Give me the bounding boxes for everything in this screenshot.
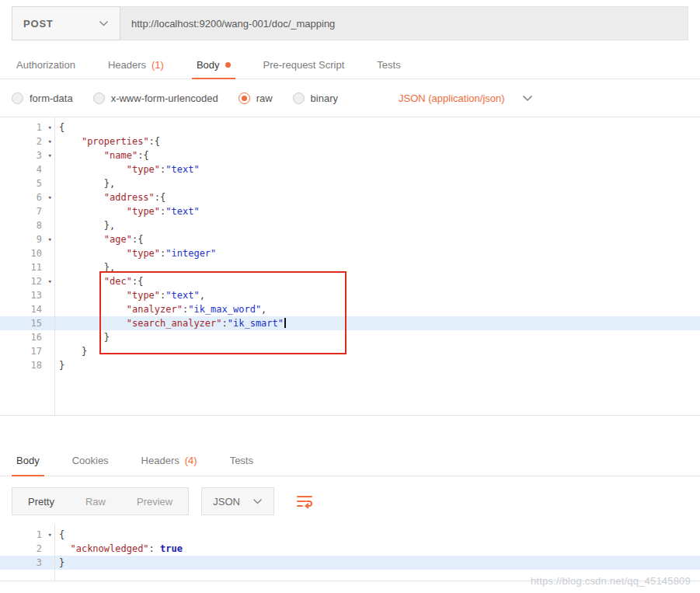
code-token: "type" bbox=[127, 248, 160, 259]
line-number: 3 bbox=[0, 556, 54, 570]
code-line-content: "type":"integer" bbox=[54, 246, 216, 260]
request-code-line-18[interactable]: 18} bbox=[0, 358, 700, 372]
line-number: 1▾ bbox=[0, 528, 54, 542]
request-code-line-12[interactable]: 12▾ "dec":{ bbox=[0, 274, 700, 288]
code-line-content: "type":"text" bbox=[54, 162, 200, 176]
code-token bbox=[59, 164, 127, 175]
line-number: 8 bbox=[0, 218, 54, 232]
response-body-editor[interactable]: 1▾{2 "acknowledged": true3} bbox=[0, 525, 700, 581]
fold-arrow-icon[interactable]: ▾ bbox=[48, 148, 52, 162]
body-mode-raw[interactable]: raw bbox=[239, 92, 273, 104]
content-type-dropdown[interactable]: JSON (application/json) bbox=[399, 92, 533, 104]
body-mode-x-www-form-urlencoded[interactable]: x-www-form-urlencoded bbox=[93, 92, 218, 104]
response-tab-body[interactable]: Body bbox=[12, 445, 44, 476]
code-token bbox=[59, 276, 104, 287]
code-line-content: "type":"text" bbox=[54, 204, 200, 218]
view-mode-preview[interactable]: Preview bbox=[121, 488, 188, 515]
request-code-line-9[interactable]: 9▾ "age":{ bbox=[0, 232, 700, 246]
request-code-line-17[interactable]: 17 } bbox=[0, 344, 700, 358]
request-code-line-10[interactable]: 10 "type":"integer" bbox=[0, 246, 700, 260]
view-mode-pretty[interactable]: Pretty bbox=[12, 488, 70, 515]
code-line-content: "analyzer":"ik_max_word", bbox=[54, 302, 266, 316]
request-code-line-5[interactable]: 5 }, bbox=[0, 176, 700, 190]
code-line-content: } bbox=[54, 330, 110, 344]
request-code-line-3[interactable]: 3▾ "name":{ bbox=[0, 148, 700, 162]
code-token: { bbox=[59, 529, 64, 540]
view-mode-raw[interactable]: Raw bbox=[70, 488, 121, 515]
code-line-content: "properties":{ bbox=[54, 134, 160, 148]
body-mode-binary[interactable]: binary bbox=[293, 92, 338, 104]
tab-count-badge: (1) bbox=[151, 59, 164, 71]
request-body-editor[interactable]: 1▾{2▾ "properties":{3▾ "name":{4 "type":… bbox=[0, 117, 700, 416]
chevron-down-icon bbox=[252, 498, 263, 504]
code-token: } bbox=[59, 557, 64, 568]
code-token bbox=[59, 304, 127, 315]
request-tab-authorization[interactable]: Authorization bbox=[12, 51, 80, 78]
request-code-line-4[interactable]: 4 "type":"text" bbox=[0, 162, 700, 176]
code-token: , bbox=[200, 290, 205, 301]
line-number: 7 bbox=[0, 204, 54, 218]
response-tab-cookies[interactable]: Cookies bbox=[68, 445, 113, 476]
request-code-line-2[interactable]: 2▾ "properties":{ bbox=[0, 134, 700, 148]
code-line-content: }, bbox=[54, 260, 115, 274]
text-cursor bbox=[284, 318, 286, 328]
method-dropdown[interactable]: POST bbox=[12, 6, 120, 40]
tab-label: Tests bbox=[230, 455, 253, 466]
code-token bbox=[59, 192, 104, 203]
fold-arrow-icon[interactable]: ▾ bbox=[48, 134, 52, 148]
wrap-text-icon[interactable] bbox=[296, 494, 313, 508]
line-number: 5 bbox=[0, 176, 54, 190]
fold-arrow-icon[interactable]: ▾ bbox=[48, 274, 52, 288]
body-mode-form-data[interactable]: form-data bbox=[12, 92, 73, 104]
request-tab-body[interactable]: Body bbox=[192, 51, 235, 78]
request-code-line-16[interactable]: 16 } bbox=[0, 330, 700, 344]
request-code-lines: 1▾{2▾ "properties":{3▾ "name":{4 "type":… bbox=[0, 120, 700, 372]
request-code-line-13[interactable]: 13 "type":"text", bbox=[0, 288, 700, 302]
response-code-line-3[interactable]: 3} bbox=[0, 556, 700, 570]
request-code-line-15[interactable]: 15 "search_analyzer":"ik_smart" bbox=[0, 316, 700, 330]
gutter-divider bbox=[54, 117, 55, 415]
radio-unselected-icon bbox=[12, 92, 23, 104]
request-code-line-8[interactable]: 8 }, bbox=[0, 218, 700, 232]
fold-arrow-icon[interactable]: ▾ bbox=[48, 232, 52, 246]
request-code-line-7[interactable]: 7 "type":"text" bbox=[0, 204, 700, 218]
response-tabs: BodyCookiesHeaders(4)Tests bbox=[0, 445, 700, 476]
request-tab-tests[interactable]: Tests bbox=[372, 51, 405, 78]
fold-arrow-icon[interactable]: ▾ bbox=[48, 190, 52, 204]
response-tab-tests[interactable]: Tests bbox=[225, 445, 258, 476]
code-token: :{ bbox=[132, 234, 143, 245]
request-code-line-6[interactable]: 6▾ "address":{ bbox=[0, 190, 700, 204]
request-tab-pre-request-script[interactable]: Pre-request Script bbox=[259, 51, 350, 78]
body-mode-label: form-data bbox=[30, 92, 73, 104]
response-tab-headers[interactable]: Headers(4) bbox=[137, 445, 202, 476]
response-code-line-1[interactable]: 1▾{ bbox=[0, 528, 700, 542]
request-tab-headers[interactable]: Headers(1) bbox=[103, 51, 169, 78]
format-dropdown[interactable]: JSON bbox=[201, 487, 274, 515]
fold-arrow-icon[interactable]: ▾ bbox=[48, 120, 52, 134]
code-token: }, bbox=[59, 220, 115, 231]
code-token: "type" bbox=[127, 164, 160, 175]
code-token: "search_analyzer" bbox=[127, 318, 222, 329]
line-number: 9▾ bbox=[0, 232, 54, 246]
radio-selected-icon bbox=[239, 92, 250, 104]
body-mode-radios: form-datax-www-form-urlencodedrawbinary bbox=[12, 92, 358, 104]
fold-arrow-icon[interactable]: ▾ bbox=[48, 528, 52, 542]
code-line-content: } bbox=[54, 556, 64, 570]
request-code-line-14[interactable]: 14 "analyzer":"ik_max_word", bbox=[0, 302, 700, 316]
code-token: :{ bbox=[132, 276, 143, 287]
code-token bbox=[59, 206, 127, 217]
url-input[interactable]: http://localhost:9200/wang-001/doc/_mapp… bbox=[120, 6, 688, 40]
code-token bbox=[59, 136, 82, 147]
line-number: 11 bbox=[0, 260, 54, 274]
tab-count-badge: (4) bbox=[185, 455, 197, 466]
url-text: http://localhost:9200/wang-001/doc/_mapp… bbox=[131, 18, 335, 30]
response-code-line-2[interactable]: 2 "acknowledged": true bbox=[0, 542, 700, 556]
body-mode-label: x-www-form-urlencoded bbox=[111, 92, 218, 104]
code-token bbox=[59, 150, 104, 161]
request-code-line-11[interactable]: 11 }, bbox=[0, 260, 700, 274]
code-token bbox=[59, 234, 104, 245]
code-token: :{ bbox=[155, 192, 165, 203]
tab-label: Cookies bbox=[72, 455, 109, 466]
request-code-line-1[interactable]: 1▾{ bbox=[0, 120, 700, 134]
code-token: "properties" bbox=[82, 136, 149, 147]
